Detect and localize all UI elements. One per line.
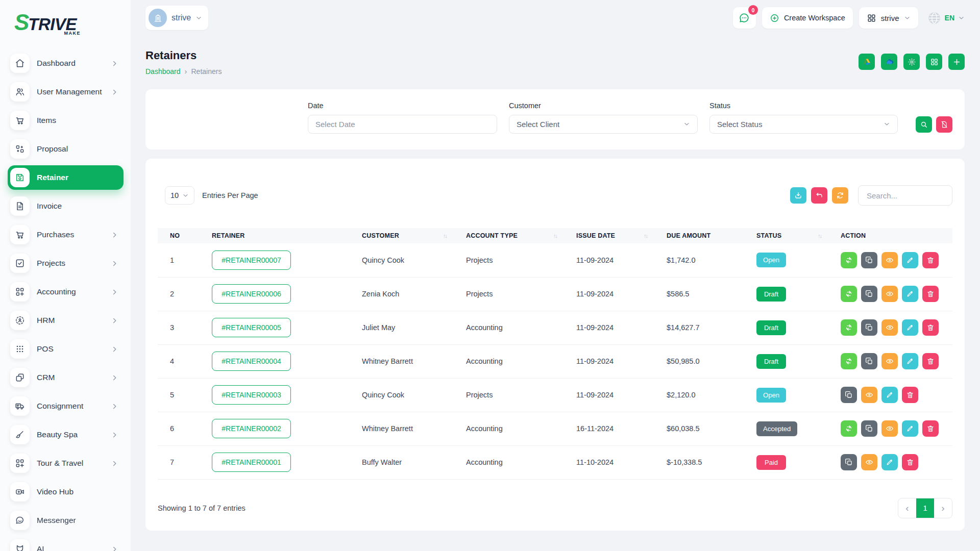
eye-icon	[886, 357, 894, 365]
duplicate-button[interactable]	[861, 252, 877, 268]
sidebar-item-beauty-spa[interactable]: Beauty Spa	[8, 422, 124, 447]
retainer-number-link[interactable]: #RETAINER00001	[212, 453, 291, 472]
view-button[interactable]	[881, 252, 898, 268]
retainer-number-link[interactable]: #RETAINER00002	[212, 419, 291, 438]
globe-icon	[927, 11, 941, 25]
duplicate-button[interactable]	[861, 319, 877, 336]
onedrive-button[interactable]	[881, 54, 897, 70]
edit-button[interactable]	[881, 387, 898, 403]
breadcrumb-dashboard-link[interactable]: Dashboard	[145, 67, 181, 76]
delete-button[interactable]	[902, 454, 918, 470]
sidebar-item-user-management[interactable]: User Management	[8, 80, 124, 104]
status-filter-label: Status	[709, 102, 898, 110]
sidebar-item-pos[interactable]: POS	[8, 337, 124, 361]
duplicate-button[interactable]	[841, 454, 857, 470]
delete-button[interactable]	[922, 286, 939, 302]
row-actions	[841, 387, 948, 403]
google-drive-button[interactable]	[859, 54, 875, 70]
convert-button[interactable]	[841, 252, 857, 268]
sidebar-item-label: Video Hub	[37, 487, 124, 496]
sidebar-item-video-hub[interactable]: Video Hub	[8, 480, 124, 504]
duplicate-button[interactable]	[861, 420, 877, 437]
view-button[interactable]	[861, 454, 877, 470]
delete-button[interactable]	[902, 387, 918, 403]
sidebar-item-accounting[interactable]: Accounting	[8, 280, 124, 304]
duplicate-button[interactable]	[841, 387, 857, 403]
retainer-number-link[interactable]: #RETAINER00003	[212, 385, 291, 405]
sidebar-item-purchases[interactable]: Purchases	[8, 222, 124, 247]
settings-button[interactable]	[903, 54, 920, 70]
retainer-number-link[interactable]: #RETAINER00005	[212, 318, 291, 337]
view-button[interactable]	[881, 353, 898, 369]
sidebar-item-invoice[interactable]: Invoice	[8, 194, 124, 218]
issue-date-cell: 16-11-2024	[564, 412, 654, 445]
messages-button[interactable]: 0	[733, 7, 756, 29]
workspace-selector[interactable]: strive	[145, 6, 208, 30]
sidebar-item-retainer[interactable]: Retainer	[8, 165, 124, 190]
filter-card: Date Customer Select Client Status Selec…	[145, 89, 965, 149]
create-workspace-button[interactable]: Create Workspace	[762, 7, 853, 29]
convert-icon	[845, 424, 853, 433]
sidebar-item-ai[interactable]: AI	[8, 537, 124, 551]
sidebar-item-dashboard[interactable]: Dashboard	[8, 51, 124, 76]
convert-button[interactable]	[841, 353, 857, 369]
sidebar-item-proposal[interactable]: Proposal	[8, 137, 124, 161]
edit-button[interactable]	[902, 353, 918, 369]
page-size-select[interactable]: 10	[165, 186, 194, 205]
status-filter-select[interactable]: Select Status	[709, 115, 898, 134]
current-page-button[interactable]: 1	[916, 498, 934, 518]
edit-button[interactable]	[902, 420, 918, 437]
delete-button[interactable]	[922, 420, 939, 437]
edit-button[interactable]	[902, 252, 918, 268]
retainer-number-link[interactable]: #RETAINER00006	[212, 284, 291, 304]
previous-page-button[interactable]	[898, 498, 916, 518]
sidebar-item-crm[interactable]: CRM	[8, 365, 124, 390]
filter-buttons	[916, 116, 952, 133]
grid-view-button[interactable]	[926, 54, 942, 70]
view-button[interactable]	[861, 387, 877, 403]
delete-button[interactable]	[922, 252, 939, 268]
apply-filter-button[interactable]	[916, 116, 932, 133]
delete-button[interactable]	[922, 319, 939, 336]
table-row: 4 #RETAINER00004 Whitney Barrett Account…	[158, 344, 952, 378]
sidebar-item-projects[interactable]: Projects	[8, 251, 124, 276]
app-logo[interactable]: STRIVE MAKE	[0, 0, 131, 45]
duplicate-button[interactable]	[861, 286, 877, 302]
customer-filter-select[interactable]: Select Client	[509, 115, 698, 134]
convert-button[interactable]	[841, 286, 857, 302]
sidebar-item-consignment[interactable]: Consignment	[8, 394, 124, 418]
edit-button[interactable]	[902, 286, 918, 302]
convert-button[interactable]	[841, 319, 857, 336]
view-button[interactable]	[881, 420, 898, 437]
sidebar-item-messenger[interactable]: Messenger	[8, 508, 124, 533]
convert-button[interactable]	[841, 420, 857, 437]
grid-icon	[867, 13, 876, 23]
edit-button[interactable]	[902, 319, 918, 336]
view-button[interactable]	[881, 319, 898, 336]
language-selector[interactable]: EN	[927, 11, 965, 25]
retainer-number-link[interactable]: #RETAINER00007	[212, 251, 291, 270]
sort-icon[interactable]	[553, 233, 560, 239]
duplicate-button[interactable]	[861, 353, 877, 369]
sort-icon[interactable]	[644, 233, 650, 239]
sidebar-item-label: Beauty Spa	[37, 430, 111, 439]
add-retainer-button[interactable]	[948, 54, 965, 70]
sidebar-item-items[interactable]: Items	[8, 108, 124, 133]
view-button[interactable]	[881, 286, 898, 302]
next-page-button[interactable]	[934, 498, 952, 518]
sort-icon[interactable]	[443, 233, 450, 239]
date-filter-input[interactable]	[308, 115, 497, 134]
sort-icon[interactable]	[818, 233, 824, 239]
sidebar-item-hrm[interactable]: HRM	[8, 308, 124, 333]
clear-filter-button[interactable]	[936, 116, 952, 133]
retainer-number-link[interactable]: #RETAINER00004	[212, 352, 291, 371]
undo-button[interactable]	[811, 187, 827, 204]
delete-button[interactable]	[922, 353, 939, 369]
edit-button[interactable]	[881, 454, 898, 470]
export-button[interactable]	[790, 187, 806, 204]
refresh-button[interactable]	[832, 187, 848, 204]
table-search-input[interactable]	[858, 185, 952, 206]
workspace-apps-button[interactable]: strive	[859, 7, 918, 29]
sidebar-item-tour-travel[interactable]: Tour & Travel	[8, 451, 124, 475]
copy-icon	[865, 256, 873, 264]
